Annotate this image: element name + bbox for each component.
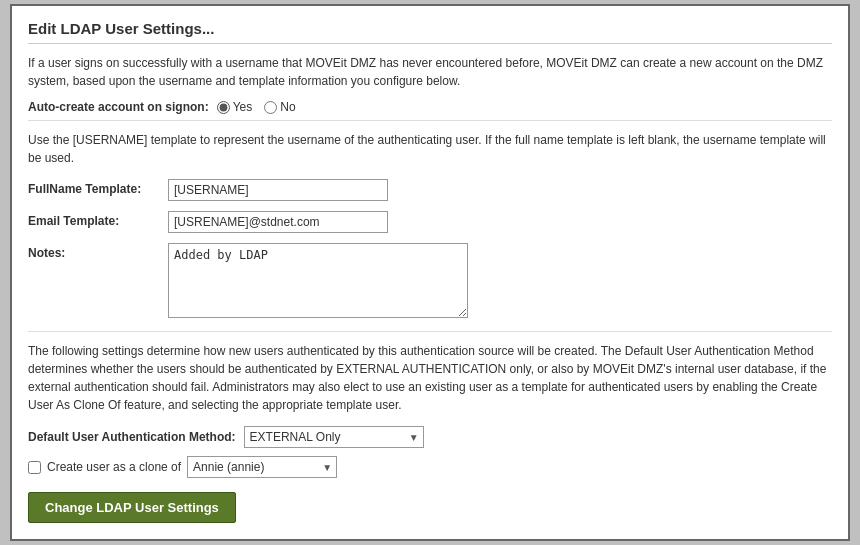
description-text: The following settings determine how new… (28, 331, 832, 414)
email-row: Email Template: (28, 211, 832, 233)
email-input-wrapper (168, 211, 388, 233)
notes-input-wrapper: Added by LDAP (168, 243, 468, 321)
email-label: Email Template: (28, 211, 168, 228)
auto-create-radio-group: Yes No (217, 100, 296, 114)
fullname-input[interactable] (168, 179, 388, 201)
submit-button[interactable]: Change LDAP User Settings (28, 492, 236, 523)
notes-label: Notes: (28, 243, 168, 260)
notes-textarea[interactable]: Added by LDAP (168, 243, 468, 318)
clone-label: Create user as a clone of (47, 460, 181, 474)
radio-yes-label: Yes (233, 100, 253, 114)
radio-yes-option[interactable]: Yes (217, 100, 253, 114)
auth-method-label: Default User Authentication Method: (28, 430, 236, 444)
clone-user-select[interactable]: Annie (annie) Bob (bob) Admin (admin) (187, 456, 337, 478)
radio-no-label: No (280, 100, 295, 114)
auto-create-label: Auto-create account on signon: (28, 100, 209, 114)
template-info-text: Use the [USERNAME] template to represent… (28, 131, 832, 167)
fullname-input-wrapper (168, 179, 388, 201)
intro-text: If a user signs on successfully with a u… (28, 54, 832, 90)
auth-method-select-wrapper: EXTERNAL Only INTERNAL Only EXTERNAL the… (244, 426, 424, 448)
radio-no-option[interactable]: No (264, 100, 295, 114)
fullname-label: FullName Template: (28, 179, 168, 196)
auth-method-row: Default User Authentication Method: EXTE… (28, 426, 832, 448)
radio-no-input[interactable] (264, 101, 277, 114)
email-input[interactable] (168, 211, 388, 233)
dialog-title: Edit LDAP User Settings... (28, 20, 832, 44)
edit-ldap-dialog: Edit LDAP User Settings... If a user sig… (10, 4, 850, 541)
clone-user-select-wrapper: Annie (annie) Bob (bob) Admin (admin) ▼ (187, 456, 337, 478)
auto-create-row: Auto-create account on signon: Yes No (28, 100, 832, 114)
radio-yes-input[interactable] (217, 101, 230, 114)
notes-row: Notes: Added by LDAP (28, 243, 832, 321)
clone-checkbox[interactable] (28, 461, 41, 474)
clone-row: Create user as a clone of Annie (annie) … (28, 456, 832, 478)
auth-method-select[interactable]: EXTERNAL Only INTERNAL Only EXTERNAL the… (244, 426, 424, 448)
template-fields: FullName Template: Email Template: Notes… (28, 179, 832, 321)
fullname-row: FullName Template: (28, 179, 832, 201)
divider-1 (28, 120, 832, 121)
